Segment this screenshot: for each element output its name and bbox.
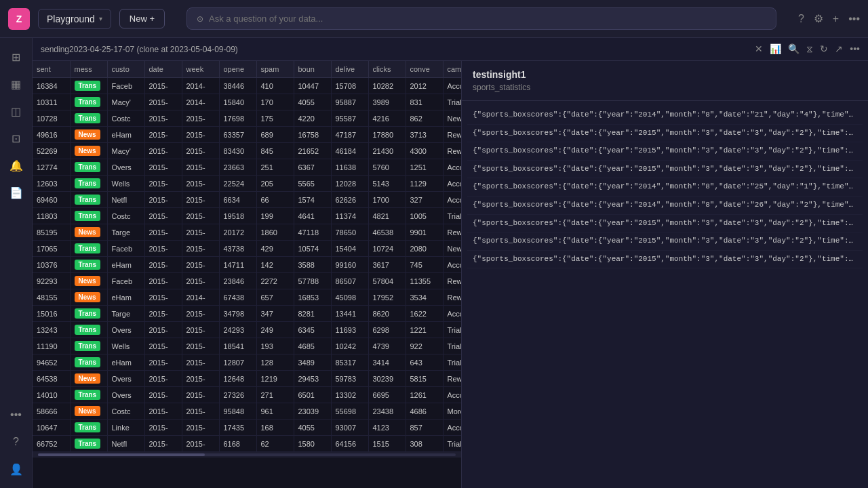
scroll-track <box>38 453 456 456</box>
table-row[interactable]: 10376 Trans eHam 2015- 2015- 14711 142 3… <box>33 257 461 273</box>
table-row[interactable]: 69460 Trans Netfl 2015- 2015- 6634 66 15… <box>33 192 461 208</box>
share-icon[interactable]: ↗ <box>835 43 843 55</box>
sidebar-item-home[interactable]: ⊞ <box>4 45 28 69</box>
table-row[interactable]: 15016 Trans Targe 2015- 2015- 34798 347 … <box>33 306 461 322</box>
cell-conv: 2080 <box>406 241 443 257</box>
cell-open: 34798 <box>219 306 256 322</box>
table-row[interactable]: 10728 Trans Costc 2015- 2015- 17698 175 … <box>33 110 461 127</box>
bottom-scrollbar[interactable] <box>33 452 461 458</box>
close-icon[interactable]: ✕ <box>755 43 763 55</box>
cell-deliver: 99160 <box>331 257 368 273</box>
cell-spam: 142 <box>256 257 294 273</box>
table-row[interactable]: 12603 Trans Wells 2015- 2015- 22524 205 … <box>33 176 461 192</box>
cell-badge: Trans <box>70 192 107 208</box>
cell-custo: Costc <box>107 403 144 420</box>
data-table: sent mess custo date week opene spam bou… <box>33 61 461 452</box>
table-row[interactable]: 48155 News eHam 2015- 2014- 67438 657 16… <box>33 289 461 306</box>
help-circle-icon[interactable]: ? <box>798 13 804 25</box>
table-row[interactable]: 58666 News Costc 2015- 2015- 95848 961 2… <box>33 403 461 420</box>
sidebar-item-more[interactable]: ••• <box>4 403 28 427</box>
json-row: {"sports_boxscores":{"date":{"year":"201… <box>467 251 863 269</box>
cell-date2: 2015- <box>182 371 219 387</box>
cell-camp: Rewa <box>443 127 461 143</box>
cell-bounce: 4641 <box>294 208 331 224</box>
cell-spam: 689 <box>256 127 294 143</box>
sidebar-item-dashboard[interactable]: ▦ <box>4 72 28 96</box>
cell-open: 83430 <box>219 143 256 159</box>
table-row[interactable]: 11190 Trans Wells 2015- 2015- 18541 193 … <box>33 338 461 354</box>
cell-date2: 2015- <box>182 387 219 403</box>
json-row: {"sports_boxscores":{"date":{"year":"201… <box>467 106 863 125</box>
table-row[interactable]: 17065 Trans Faceb 2015- 2015- 43738 429 … <box>33 241 461 257</box>
right-panel-content[interactable]: {"sports_boxscores":{"date":{"year":"201… <box>462 101 868 488</box>
table-row[interactable]: 12774 Trans Overs 2015- 2015- 23663 251 … <box>33 159 461 176</box>
cell-bounce: 8281 <box>294 306 331 322</box>
table-row[interactable]: 16384 Trans Faceb 2015- 2014- 38446 410 … <box>33 78 461 94</box>
top-bar: Z Playground ▾ New + ⊙ ? ⚙ + ••• <box>0 0 868 38</box>
search-input[interactable] <box>209 14 766 24</box>
cell-badge: Trans <box>70 78 107 94</box>
sidebar-item-help[interactable]: ? <box>4 430 28 454</box>
table-row[interactable]: 10311 Trans Macy' 2015- 2014- 15840 170 … <box>33 94 461 110</box>
data-table-container[interactable]: sent mess custo date week opene spam bou… <box>33 61 461 488</box>
col-camp: camp <box>443 61 461 78</box>
cell-open: 63357 <box>219 127 256 143</box>
cell-camp: Rewa <box>443 371 461 387</box>
table-row[interactable]: 92293 News Faceb 2015- 2015- 23846 2272 … <box>33 273 461 289</box>
search-icon[interactable]: 🔍 <box>788 43 800 55</box>
cell-badge: Trans <box>70 420 107 436</box>
search-bar[interactable]: ⊙ <box>186 7 776 30</box>
right-panel-header: testinsight1 sports_statistics <box>462 61 868 101</box>
cell-badge: News <box>70 273 107 289</box>
new-button[interactable]: New + <box>119 9 165 28</box>
table-row[interactable]: 10647 Trans Linke 2015- 2015- 17435 168 … <box>33 420 461 436</box>
cell-deliver: 12028 <box>331 176 368 192</box>
cell-custo: eHam <box>107 289 144 306</box>
cell-clicks: 4739 <box>368 338 406 354</box>
right-panel: testinsight1 sports_statistics {"sports_… <box>461 61 868 488</box>
cell-clicks: 3989 <box>368 94 406 110</box>
table-row[interactable]: 64538 News Overs 2015- 2015- 12648 1219 … <box>33 371 461 387</box>
cell-date: 2015- <box>144 289 182 306</box>
filter-icon[interactable]: ⧖ <box>806 43 813 55</box>
refresh-icon[interactable]: ↻ <box>820 43 828 55</box>
chart-icon[interactable]: 📊 <box>770 43 781 55</box>
content-area: sent mess custo date week opene spam bou… <box>33 61 868 488</box>
sidebar-item-reports[interactable]: 📄 <box>4 180 28 205</box>
cell-id: 16384 <box>33 78 70 94</box>
cell-conv: 9901 <box>406 224 443 241</box>
cell-date: 2015- <box>144 224 182 241</box>
settings-icon[interactable]: ⚙ <box>814 12 823 25</box>
table-row[interactable]: 11803 Trans Costc 2015- 2015- 19518 199 … <box>33 208 461 224</box>
cell-custo: Macy' <box>107 143 144 159</box>
cell-bounce: 16758 <box>294 127 331 143</box>
table-row[interactable]: 52269 News Macy' 2015- 2015- 83430 845 2… <box>33 143 461 159</box>
table-row[interactable]: 13243 Trans Overs 2015- 2015- 24293 249 … <box>33 322 461 338</box>
sidebar-item-widgets[interactable]: ◫ <box>4 99 28 123</box>
playground-selector[interactable]: Playground ▾ <box>38 9 111 29</box>
more-options-icon[interactable]: ••• <box>848 13 860 25</box>
sidebar-item-alerts[interactable]: 🔔 <box>4 153 28 178</box>
table-row[interactable]: 94652 Trans eHam 2015- 2015- 12807 128 3… <box>33 354 461 371</box>
cell-camp: Trial <box>443 322 461 338</box>
cell-conv: 1261 <box>406 387 443 403</box>
cell-badge: Trans <box>70 110 107 127</box>
table-row[interactable]: 14010 Trans Overs 2015- 2015- 27326 271 … <box>33 387 461 403</box>
cell-conv: 862 <box>406 110 443 127</box>
cell-camp: More <box>443 403 461 420</box>
table-row[interactable]: 85195 News Targe 2015- 2015- 20172 1860 … <box>33 224 461 241</box>
cell-custo: Overs <box>107 371 144 387</box>
table-row[interactable]: 66752 Trans Netfl 2015- 2015- 6168 62 15… <box>33 436 461 452</box>
cell-date2: 2015- <box>182 436 219 452</box>
json-row: {"sports_boxscores":{"date":{"year":"201… <box>467 197 863 215</box>
sidebar-item-queries[interactable]: ⊡ <box>4 126 28 150</box>
more-icon[interactable]: ••• <box>850 43 860 55</box>
cell-custo: Targe <box>107 224 144 241</box>
add-icon[interactable]: + <box>833 13 839 25</box>
cell-id: 13243 <box>33 322 70 338</box>
table-row[interactable]: 49616 News eHam 2015- 2015- 63357 689 16… <box>33 127 461 143</box>
cell-spam: 175 <box>256 110 294 127</box>
cell-spam: 168 <box>256 420 294 436</box>
sidebar-item-user[interactable]: 👤 <box>4 457 28 481</box>
cell-clicks: 3414 <box>368 354 406 371</box>
